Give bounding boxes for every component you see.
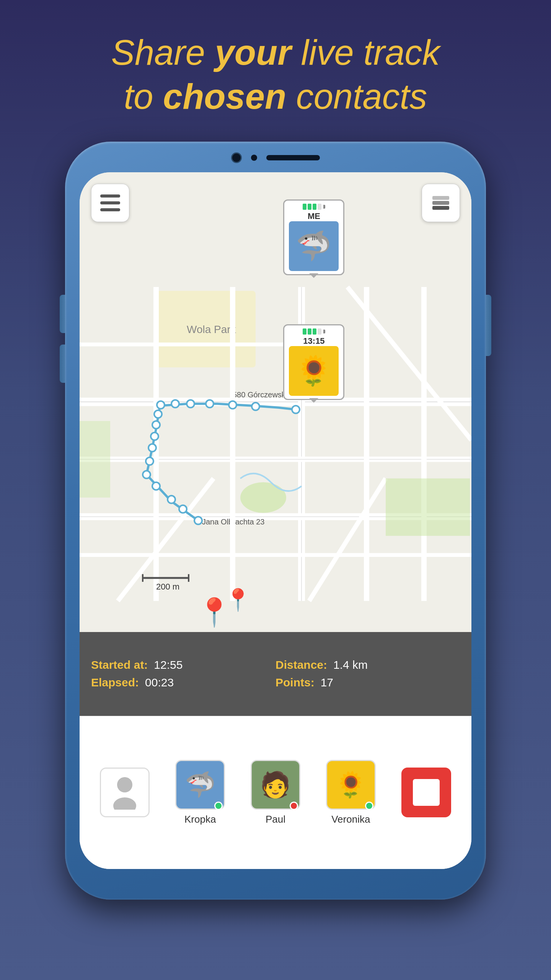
elapsed-row: Elapsed: 00:23	[91, 676, 276, 689]
svg-text:580 Górczewska: 580 Górczewska	[233, 390, 290, 399]
veronika-time: 13:15	[303, 336, 324, 346]
battery-veronika	[303, 328, 325, 335]
header-line1: Share your live track	[111, 31, 440, 75]
svg-point-27	[168, 496, 175, 503]
svg-point-36	[171, 400, 179, 408]
svg-point-25	[194, 517, 202, 524]
hamburger-icon	[100, 194, 120, 198]
kropka-status-dot	[214, 802, 223, 810]
stats-bar: Started at: 12:55 Elapsed: 00:23 Distanc…	[80, 632, 471, 715]
header-section: Share your live track to chosen contacts	[81, 31, 471, 119]
header-live: live track	[301, 33, 440, 72]
veronika-marker: 13:15 🌻	[283, 324, 344, 400]
stats-left: Started at: 12:55 Elapsed: 00:23	[91, 658, 276, 689]
svg-point-35	[157, 401, 165, 409]
paul-name: Paul	[266, 813, 285, 825]
svg-text:200 m: 200 m	[156, 582, 179, 591]
contact-me[interactable]	[100, 768, 150, 817]
kropka-name: Kropka	[184, 813, 216, 825]
svg-rect-24	[386, 479, 470, 536]
svg-point-37	[187, 400, 194, 408]
svg-point-41	[292, 406, 300, 413]
front-camera	[231, 152, 242, 163]
stop-button-container[interactable]	[401, 768, 451, 817]
paul-status-dot	[290, 802, 298, 810]
elapsed-val: 00:23	[145, 676, 174, 689]
layers-button[interactable]	[422, 184, 460, 222]
started-val: 12:55	[154, 658, 183, 671]
me-marker: ME 🦈	[283, 199, 344, 275]
contacts-bar: 🦈 Kropka 🧑 Paul 🌻	[80, 716, 471, 869]
me-avatar: 🦈	[289, 221, 339, 271]
contact-paul[interactable]: 🧑 Paul	[251, 760, 300, 825]
distance-val: 1.4 km	[333, 658, 368, 671]
veronika-status-dot	[365, 802, 373, 810]
stop-icon	[413, 779, 440, 806]
header-to: to	[124, 77, 163, 116]
svg-point-40	[252, 403, 259, 410]
stats-right: Distance: 1.4 km Points: 17	[276, 658, 460, 689]
battery-me	[303, 204, 325, 210]
elapsed-key: Elapsed:	[91, 676, 139, 689]
svg-text:Wola Park: Wola Park	[187, 323, 236, 335]
contact-veronika[interactable]: 🌻 Veronika	[326, 760, 376, 825]
svg-rect-47	[432, 201, 449, 205]
volume-down-button[interactable]	[60, 345, 65, 383]
svg-point-22	[240, 482, 286, 513]
distance-row: Distance: 1.4 km	[276, 658, 460, 671]
svg-rect-46	[432, 196, 449, 200]
menu-button[interactable]	[91, 184, 129, 222]
power-button[interactable]	[486, 295, 491, 356]
svg-point-28	[152, 482, 160, 490]
hamburger-icon	[100, 201, 120, 204]
phone-screen: Wola Park 580 Górczewska Jana Olbrachta …	[80, 172, 471, 869]
header-contacts: contacts	[296, 77, 427, 116]
points-row: Points: 17	[276, 676, 460, 689]
svg-point-26	[179, 505, 187, 513]
volume-up-button[interactable]	[60, 295, 65, 333]
svg-point-33	[152, 421, 160, 429]
location-pin-gray: 📍	[225, 587, 251, 612]
points-key: Points:	[276, 676, 315, 689]
svg-point-39	[229, 401, 236, 409]
svg-point-31	[148, 444, 156, 452]
layers-icon	[429, 191, 452, 214]
phone-device: Wola Park 580 Górczewska Jana Olbrachta …	[65, 142, 486, 907]
header-your: your	[215, 33, 291, 72]
svg-rect-23	[80, 421, 110, 498]
svg-point-29	[143, 471, 150, 479]
started-row: Started at: 12:55	[91, 658, 276, 671]
svg-point-54	[113, 797, 136, 810]
svg-point-30	[146, 457, 153, 465]
veronika-avatar: 🌻	[289, 346, 339, 396]
sensor-dot	[251, 155, 257, 161]
svg-point-34	[154, 410, 162, 418]
me-label: ME	[308, 211, 320, 221]
header-chosen: chosen	[163, 77, 286, 116]
svg-point-53	[117, 777, 132, 792]
veronika-name: Veronika	[331, 813, 370, 825]
speaker	[266, 155, 320, 160]
me-person-icon	[100, 768, 150, 817]
header-share: Share	[111, 33, 215, 72]
stop-button[interactable]	[401, 768, 451, 817]
contact-kropka[interactable]: 🦈 Kropka	[175, 760, 225, 825]
points-val: 17	[321, 676, 333, 689]
svg-point-38	[206, 400, 214, 408]
phone-body: Wola Park 580 Górczewska Jana Olbrachta …	[65, 142, 486, 900]
header-line2: to chosen contacts	[111, 75, 440, 119]
distance-key: Distance:	[276, 658, 327, 671]
hamburger-icon	[100, 208, 120, 211]
started-key: Started at:	[91, 658, 148, 671]
svg-rect-48	[432, 206, 449, 210]
svg-point-32	[151, 433, 158, 440]
